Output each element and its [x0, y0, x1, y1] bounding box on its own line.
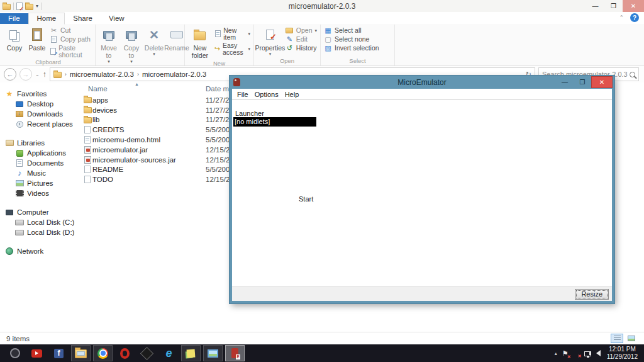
rename-icon [170, 31, 183, 38]
up-button[interactable]: ↑ [43, 70, 47, 79]
sidebar-item-applications[interactable]: Applications [5, 148, 77, 158]
column-header-name[interactable]: Name [77, 85, 206, 93]
taskbar-internet-explorer-icon[interactable]: e [159, 345, 179, 361]
taskbar-facebook-icon[interactable]: f [49, 345, 69, 361]
properties-icon [266, 30, 274, 40]
cut-button[interactable]: ✂ Cut [50, 27, 92, 34]
html-file-icon [84, 136, 91, 144]
tab-share[interactable]: Share [65, 13, 101, 24]
taskbar-opera-icon[interactable] [115, 345, 135, 361]
taskbar-clock[interactable]: 12:01 PM 11/29/2012 [607, 346, 640, 361]
sidebar-libraries[interactable]: Libraries [5, 138, 77, 148]
taskbar-chrome-button[interactable] [93, 345, 113, 361]
minimize-button[interactable]: — [557, 77, 573, 88]
jar-file-icon [84, 146, 91, 154]
sidebar-item-downloads[interactable]: Downloads [5, 109, 77, 119]
breadcrumb-item[interactable]: microemulator-2.0.3 [70, 71, 134, 78]
sidebar-item-recent-places[interactable]: Recent places [5, 119, 77, 129]
close-button[interactable]: ✕ [592, 77, 612, 88]
details-view-icon [614, 336, 621, 341]
qat-newfolder-icon[interactable] [25, 4, 33, 10]
close-button[interactable]: ✕ [623, 0, 644, 12]
sidebar-item-videos[interactable]: Videos [5, 188, 77, 198]
search-icon[interactable] [630, 72, 635, 77]
minimize-button[interactable]: — [586, 0, 604, 12]
move-to-button[interactable]: Move to ▾ [97, 25, 120, 64]
tab-home[interactable]: Home [28, 13, 65, 25]
folder-icon [84, 107, 92, 113]
unity-icon [140, 346, 153, 359]
move-to-icon [103, 31, 114, 39]
libraries-icon [6, 140, 14, 146]
tab-file[interactable]: File [0, 13, 28, 24]
volume-icon[interactable] [596, 350, 601, 356]
menu-file[interactable]: File [234, 91, 252, 98]
thumbnails-view-button[interactable] [625, 334, 638, 343]
start-soft-button[interactable]: Start [299, 195, 313, 203]
ribbon-group-open: Properties ▾ Open ▾ ✎ Edit ↺ His [254, 25, 321, 65]
qat-properties-icon[interactable] [16, 3, 23, 10]
new-item-icon [215, 30, 221, 37]
new-folder-button[interactable]: New folder [187, 25, 213, 59]
file-icon [84, 176, 91, 183]
show-hidden-icons-button[interactable]: ▴ [555, 351, 557, 356]
paste-shortcut-button[interactable]: Paste shortcut [50, 45, 92, 58]
sidebar-item-music[interactable]: ♪ Music [5, 168, 77, 178]
copy-path-button[interactable]: Copy path [50, 36, 92, 43]
paste-button[interactable]: Paste [26, 25, 48, 52]
select-all-button[interactable]: ▦ Select all [324, 27, 379, 34]
taskbar-microemulator-button[interactable] [225, 345, 245, 361]
edit-button[interactable]: ✎ Edit [286, 36, 317, 43]
taskbar-circle-app-icon[interactable] [5, 345, 25, 361]
details-view-button[interactable] [611, 334, 623, 343]
taskbar-youtube-icon[interactable] [27, 345, 47, 361]
help-icon[interactable]: ? [630, 13, 639, 22]
sidebar-item-desktop[interactable]: Desktop [5, 99, 77, 109]
qat-customize-chevron-icon[interactable]: ▾ [36, 3, 38, 9]
taskbar: f e ▴ ⚑✕ ✕ 12:01 PM 11/29/2012 [0, 344, 644, 362]
restore-button[interactable]: ❐ [604, 0, 623, 12]
sidebar-computer[interactable]: Computer [5, 207, 77, 217]
jar-file-icon [84, 156, 91, 164]
recent-places-icon [16, 121, 23, 128]
taskbar-unity-icon[interactable] [137, 345, 157, 361]
copy-to-button[interactable]: Copy to ▾ [120, 25, 143, 64]
location-folder-icon [53, 72, 62, 78]
ribbon-collapse-icon[interactable]: ⌃ [619, 14, 624, 21]
forward-button[interactable]: → [19, 68, 32, 81]
facebook-icon: f [54, 349, 64, 358]
selected-midlet-item[interactable]: [no midlets] [233, 117, 316, 127]
new-item-button[interactable]: New item ▾ [214, 27, 250, 40]
easy-access-button[interactable]: ↪ Easy access ▾ [214, 42, 250, 55]
copy-button[interactable]: Copy [3, 25, 26, 52]
action-center-icon[interactable]: ⚑✕ [562, 350, 569, 357]
sidebar-item-pictures[interactable]: Pictures [5, 178, 77, 188]
breadcrumb-item[interactable]: microemulator-2.0.3 [142, 71, 206, 78]
taskbar-file-explorer-button[interactable] [71, 345, 91, 361]
delete-button[interactable]: ✕ Delete ▾ [143, 25, 165, 57]
open-button[interactable]: Open ▾ [286, 27, 317, 34]
sidebar-network[interactable]: Network [5, 246, 77, 256]
invert-selection-button[interactable]: ▨ Invert selection [324, 45, 379, 52]
sidebar-item-local-disk-d[interactable]: Local Disk (D:) [5, 227, 77, 237]
sidebar-item-documents[interactable]: Documents [5, 158, 77, 168]
recent-locations-chevron-icon[interactable]: ⌄ [35, 72, 40, 77]
back-button[interactable]: ← [4, 68, 16, 81]
select-none-button[interactable]: ▢ Select none [324, 36, 379, 43]
resize-button[interactable]: Resize [575, 289, 609, 300]
menu-help[interactable]: Help [282, 91, 303, 98]
menu-options[interactable]: Options [252, 91, 282, 98]
taskbar-sticky-notes-button[interactable] [181, 345, 201, 361]
sidebar-item-local-disk-c[interactable]: Local Disk (C:) [5, 217, 77, 227]
microemulator-titlebar[interactable]: MicroEmulator — ❐ ✕ [232, 76, 612, 89]
tab-view[interactable]: View [101, 13, 133, 24]
properties-button[interactable]: Properties ▾ [256, 25, 284, 57]
taskbar-photo-viewer-button[interactable] [203, 345, 223, 361]
maximize-button[interactable]: ❐ [574, 77, 591, 88]
music-icon: ♪ [15, 169, 24, 178]
alert-icon[interactable]: ✕ [574, 350, 579, 357]
ribbon-group-clipboard: Copy Paste ✂ Cut Copy path [1, 25, 96, 65]
history-button[interactable]: ↺ History [286, 45, 317, 52]
divider [41, 3, 42, 10]
sidebar-favorites[interactable]: ★ Favorites [5, 89, 77, 99]
